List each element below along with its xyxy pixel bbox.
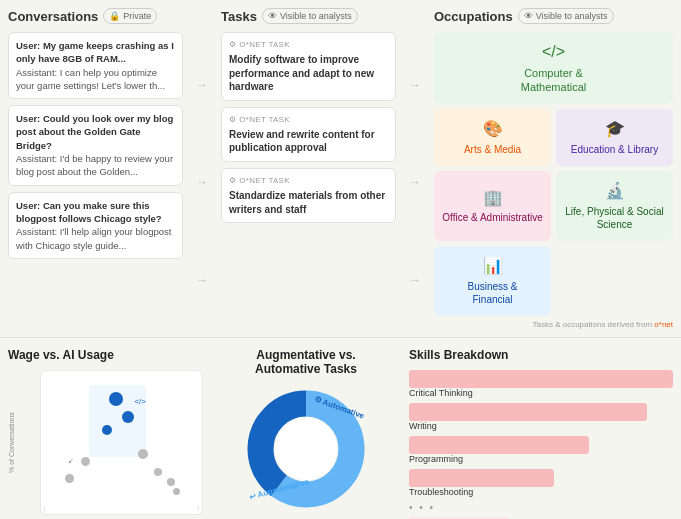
life-icon: 🔬 (605, 181, 625, 202)
skill-troubleshooting-bar (409, 469, 554, 487)
dot-2 (122, 411, 134, 423)
computer-icon: </> (542, 42, 565, 63)
wage-chart-area: </> ↙ ↓ ↑ (40, 370, 203, 515)
occ-arts[interactable]: 🎨 Arts & Media (434, 109, 551, 166)
arrow-5: → (409, 175, 421, 189)
arrow-4: → (409, 78, 421, 92)
occupations-title: Occupations (434, 9, 513, 24)
occ-education[interactable]: 🎓 Education & Library (556, 109, 673, 166)
x-low-label: ↓ (43, 505, 47, 512)
lock-icon: 🔒 (109, 11, 120, 21)
skill-programming: Programming (409, 436, 673, 464)
skill-programming-bar (409, 436, 589, 454)
dot-6 (65, 474, 74, 483)
conv2-user: User: Could you look over my blog post a… (16, 112, 175, 152)
arrows-conv-to-tasks: → → → (191, 8, 213, 329)
conv2-assistant: Assistant: I'd be happy to review your b… (16, 152, 175, 179)
y-axis-label: % of Conversations (8, 380, 15, 506)
conversations-header: Conversations 🔒 Private (8, 8, 183, 24)
occ-office[interactable]: 🏢 Office & Administrative (434, 171, 551, 241)
occ-life[interactable]: 🔬 Life, Physical & Social Science (556, 171, 673, 241)
dot-5 (81, 457, 90, 466)
skill-critical-label: Critical Thinking (409, 388, 673, 398)
occ-footer: Tasks & occupations derived from o*net (434, 320, 673, 329)
conversation-item-3[interactable]: User: Can you make sure this blogpost fo… (8, 192, 183, 259)
conversation-item-2[interactable]: User: Could you look over my blog post a… (8, 105, 183, 185)
task1-label: ⚙ O*NET TASK (229, 39, 388, 50)
conv1-user: User: My game keeps crashing as I only h… (16, 39, 175, 66)
tasks-badge: 👁 Visible to analysts (262, 8, 358, 24)
skill-troubleshooting-label: Troubleshooting (409, 487, 673, 497)
code-label: </> (134, 397, 146, 406)
occ-education-label: Education & Library (571, 143, 658, 156)
onet-icon-1: ⚙ (229, 39, 236, 50)
arrow-1: → (196, 78, 208, 92)
skill-critical-bar (409, 370, 673, 388)
dot-computer-math (109, 392, 123, 406)
occupations-column: Occupations 👁 Visible to analysts </> Co… (434, 8, 673, 329)
dot-9 (173, 488, 180, 495)
conv1-assistant: Assistant: I can help you optimize your … (16, 66, 175, 93)
conversation-item-1[interactable]: User: My game keeps crashing as I only h… (8, 32, 183, 99)
tasks-header: Tasks 👁 Visible to analysts (221, 8, 396, 24)
tasks-column: Tasks 👁 Visible to analysts ⚙ O*NET TASK… (221, 8, 396, 329)
occupations-badge: 👁 Visible to analysts (518, 8, 614, 24)
dot-8 (167, 478, 175, 486)
wage-chart-title: Wage vs. AI Usage (8, 348, 203, 362)
bottom-left-dot-label: ↙ (68, 457, 74, 465)
task-item-1[interactable]: ⚙ O*NET TASK Modify software to improve … (221, 32, 396, 101)
donut-title: Augmentative vs.Automative Tasks (211, 348, 401, 376)
onet-icon-3: ⚙ (229, 175, 236, 186)
arts-icon: 🎨 (483, 119, 503, 140)
donut-column: Augmentative vs.Automative Tasks ⚙ Autom… (211, 348, 401, 519)
business-icon: 📊 (483, 256, 503, 277)
eye-icon-2: 👁 (524, 11, 533, 21)
task3-label: ⚙ O*NET TASK (229, 175, 388, 186)
eye-icon: 👁 (268, 11, 277, 21)
skills-separator: • • • (409, 502, 673, 513)
task-item-3[interactable]: ⚙ O*NET TASK Standardize materials from … (221, 168, 396, 223)
conversations-badge: 🔒 Private (103, 8, 157, 24)
skill-writing: Writing (409, 403, 673, 431)
task1-text: Modify software to improve performance a… (229, 53, 388, 94)
svg-point-3 (275, 418, 337, 480)
arrow-2: → (196, 175, 208, 189)
occ-business[interactable]: 📊 Business &Financial (434, 246, 551, 316)
occupations-grid: </> Computer &Mathematical 🎨 Arts & Medi… (434, 32, 673, 316)
education-icon: 🎓 (605, 119, 625, 140)
tasks-title: Tasks (221, 9, 257, 24)
conversations-column: Conversations 🔒 Private User: My game ke… (8, 8, 183, 329)
task-item-2[interactable]: ⚙ O*NET TASK Review and rewrite content … (221, 107, 396, 162)
conversations-title: Conversations (8, 9, 98, 24)
skills-title: Skills Breakdown (409, 348, 673, 362)
occ-business-label: Business &Financial (467, 280, 517, 306)
x-high-label: ↑ (197, 505, 201, 512)
occ-life-label: Life, Physical & Social Science (564, 205, 665, 231)
skill-programming-label: Programming (409, 454, 673, 464)
donut-chart: ⚙ Automative ↩ Augmentative (241, 384, 371, 514)
skill-writing-label: Writing (409, 421, 673, 431)
skill-troubleshooting: Troubleshooting (409, 469, 673, 497)
office-icon: 🏢 (483, 188, 503, 209)
arrow-3: → (196, 273, 208, 287)
skills-column: Skills Breakdown Critical Thinking Writi… (409, 348, 673, 519)
conv3-assistant: Assistant: I'll help align your blogpost… (16, 225, 175, 252)
occupations-header: Occupations 👁 Visible to analysts (434, 8, 673, 24)
dot-4 (138, 449, 148, 459)
onet-icon-2: ⚙ (229, 114, 236, 125)
task3-text: Standardize materials from other writers… (229, 189, 388, 216)
skill-writing-bar (409, 403, 647, 421)
occ-computer-label: Computer &Mathematical (521, 66, 586, 95)
conv3-user: User: Can you make sure this blogpost fo… (16, 199, 175, 226)
bottom-section: Wage vs. AI Usage % of Conversations </>… (0, 338, 681, 519)
top-section: Conversations 🔒 Private User: My game ke… (0, 0, 681, 338)
dot-7 (154, 468, 162, 476)
skill-critical-thinking: Critical Thinking (409, 370, 673, 398)
arrow-6: → (409, 273, 421, 287)
task2-label: ⚙ O*NET TASK (229, 114, 388, 125)
occ-office-label: Office & Administrative (442, 211, 542, 224)
occ-arts-label: Arts & Media (464, 143, 521, 156)
occ-computer[interactable]: </> Computer &Mathematical (434, 32, 673, 104)
task2-text: Review and rewrite content for publicati… (229, 128, 388, 155)
arrows-tasks-to-occupations: → → → (404, 8, 426, 329)
